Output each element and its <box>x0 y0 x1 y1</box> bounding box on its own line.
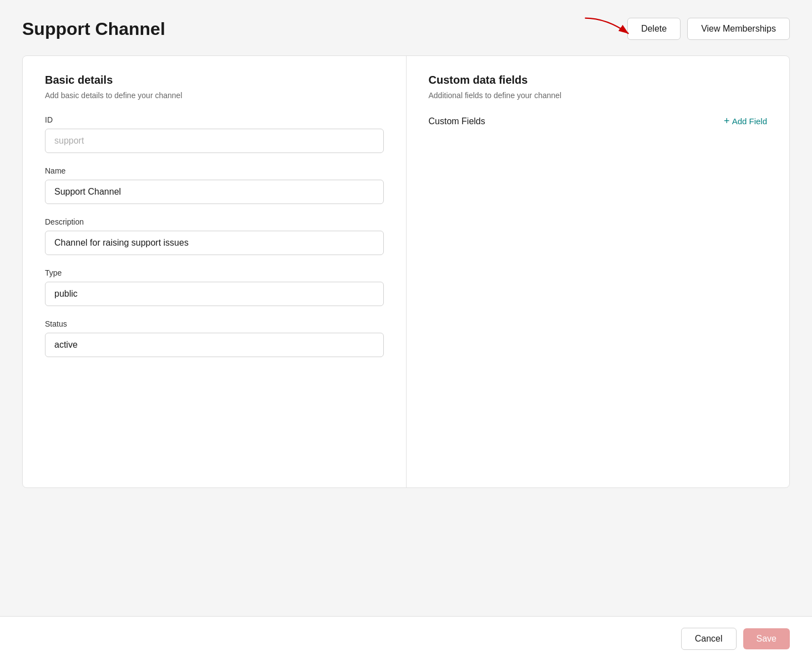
view-memberships-button[interactable]: View Memberships <box>687 18 790 40</box>
plus-icon: + <box>724 115 730 127</box>
header-actions: Delete View Memberships <box>627 18 790 40</box>
delete-button[interactable]: Delete <box>627 18 681 40</box>
save-button[interactable]: Save <box>743 628 790 649</box>
name-field-group: Name <box>45 166 384 204</box>
right-panel: Custom data fields Additional fields to … <box>407 56 790 487</box>
header: Support Channel Delete View Memberships <box>22 18 790 40</box>
basic-details-subtitle: Add basic details to define your channel <box>45 91 384 100</box>
status-label: Status <box>45 319 384 328</box>
type-field-group: Type <box>45 268 384 306</box>
description-input[interactable] <box>45 231 384 255</box>
id-input[interactable] <box>45 129 384 153</box>
custom-fields-header: Custom Fields + Add Field <box>429 115 768 127</box>
name-label: Name <box>45 166 384 175</box>
custom-data-fields-subtitle: Additional fields to define your channel <box>429 91 768 100</box>
footer-bar: Cancel Save <box>0 616 812 661</box>
id-label: ID <box>45 115 384 124</box>
type-label: Type <box>45 268 384 277</box>
description-field-group: Description <box>45 217 384 255</box>
id-field-group: ID <box>45 115 384 153</box>
left-panel: Basic details Add basic details to defin… <box>23 56 407 487</box>
custom-data-fields-title: Custom data fields <box>429 74 768 87</box>
arrow-annotation <box>582 15 632 40</box>
status-input[interactable] <box>45 333 384 357</box>
status-field-group: Status <box>45 319 384 357</box>
page-title: Support Channel <box>22 19 165 39</box>
type-input[interactable] <box>45 282 384 306</box>
custom-fields-label: Custom Fields <box>429 116 485 126</box>
add-field-label: Add Field <box>732 116 767 126</box>
add-field-button[interactable]: + Add Field <box>724 115 767 127</box>
page-container: Support Channel Delete View Memberships … <box>0 0 812 661</box>
main-card: Basic details Add basic details to defin… <box>22 55 790 488</box>
description-label: Description <box>45 217 384 226</box>
basic-details-title: Basic details <box>45 74 384 87</box>
name-input[interactable] <box>45 180 384 204</box>
cancel-button[interactable]: Cancel <box>681 628 737 650</box>
